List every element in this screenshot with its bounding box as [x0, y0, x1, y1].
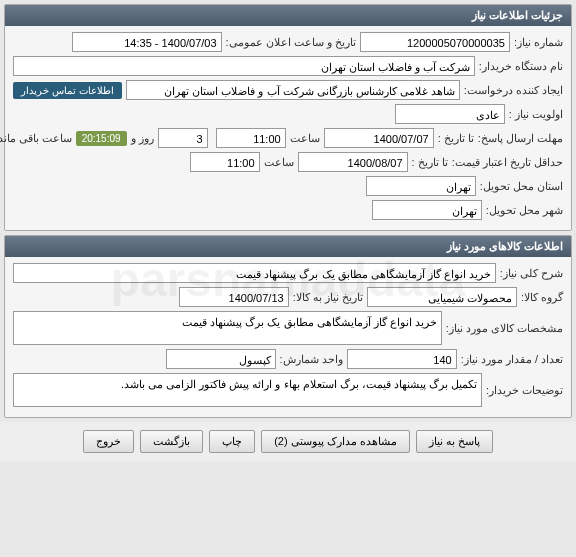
- city-label: شهر محل تحویل:: [486, 204, 563, 217]
- notes-field: تکمیل برگ پیشنهاد قیمت، برگ استعلام بهاء…: [13, 373, 482, 407]
- group-field: محصولات شیمیایی: [367, 287, 517, 307]
- button-row: پاسخ به نیاز مشاهده مدارک پیوستی (2) چاپ…: [0, 422, 576, 461]
- attachments-button[interactable]: مشاهده مدارک پیوستی (2): [261, 430, 410, 453]
- province-field: تهران: [366, 176, 476, 196]
- unit-field: کپسول: [166, 349, 276, 369]
- respond-button[interactable]: پاسخ به نیاز: [416, 430, 493, 453]
- deadline-time-field: 11:00: [216, 128, 286, 148]
- min-valid-date-field: 1400/08/07: [298, 152, 408, 172]
- need-details-title: جزئیات اطلاعات نیاز: [5, 5, 571, 26]
- need-details-panel: جزئیات اطلاعات نیاز شماره نیاز: 12000050…: [4, 4, 572, 231]
- until-label-2: تا تاریخ :: [412, 156, 448, 169]
- announce-label: تاریخ و ساعت اعلان عمومی:: [226, 36, 356, 49]
- group-label: گروه کالا:: [521, 291, 563, 304]
- creator-label: ایجاد کننده درخواست:: [464, 84, 563, 97]
- time-label-2: ساعت: [264, 156, 294, 169]
- priority-label: اولویت نیاز :: [509, 108, 563, 121]
- close-button[interactable]: خروج: [83, 430, 134, 453]
- qty-label: تعداد / مقدار مورد نیاز:: [461, 353, 563, 366]
- buyer-label: نام دستگاه خریدار:: [479, 60, 563, 73]
- desc-field: خرید انواع گاز آزمایشگاهی مطابق یک برگ پ…: [13, 263, 496, 283]
- request-no-label: شماره نیاز:: [514, 36, 563, 49]
- creator-field: شاهد غلامی کارشناس بازرگانی شرکت آب و فا…: [126, 80, 460, 100]
- need-date-field: 1400/07/13: [179, 287, 289, 307]
- countdown-badge: 20:15:09: [76, 131, 127, 146]
- min-valid-time-field: 11:00: [190, 152, 260, 172]
- priority-field: عادی: [395, 104, 505, 124]
- spec-label: مشخصات کالای مورد نیاز:: [446, 322, 563, 335]
- desc-label: شرح کلی نیاز:: [500, 267, 563, 280]
- days-remain-field: 3: [158, 128, 208, 148]
- goods-info-title: اطلاعات کالاهای مورد نیاز: [5, 236, 571, 257]
- remain-label: ساعت باقی مانده: [0, 132, 72, 145]
- days-label: روز و: [131, 132, 154, 145]
- need-date-label: تاریخ نیاز به کالا:: [293, 291, 363, 304]
- buyer-field: شرکت آب و فاضلاب استان تهران: [13, 56, 475, 76]
- city-field: تهران: [372, 200, 482, 220]
- until-label: تا تاریخ :: [438, 132, 474, 145]
- min-valid-label: حداقل تاریخ اعتبار قیمت:: [452, 156, 563, 169]
- contact-badge[interactable]: اطلاعات تماس خریدار: [13, 82, 122, 99]
- announce-date-field: 1400/07/03 - 14:35: [72, 32, 222, 52]
- province-label: استان محل تحویل:: [480, 180, 563, 193]
- qty-field: 140: [347, 349, 457, 369]
- print-button[interactable]: چاپ: [209, 430, 255, 453]
- notes-label: توضیحات خریدار:: [486, 384, 563, 397]
- deadline-label: مهلت ارسال پاسخ:: [478, 132, 563, 145]
- unit-label: واحد شمارش:: [280, 353, 343, 366]
- spec-field: خرید انواع گاز آزمایشگاهی مطابق یک برگ پ…: [13, 311, 442, 345]
- deadline-date-field: 1400/07/07: [324, 128, 434, 148]
- request-no-field: 1200005070000035: [360, 32, 510, 52]
- time-label-1: ساعت: [290, 132, 320, 145]
- back-button[interactable]: بازگشت: [140, 430, 203, 453]
- goods-info-panel: اطلاعات کالاهای مورد نیاز شرح کلی نیاز: …: [4, 235, 572, 418]
